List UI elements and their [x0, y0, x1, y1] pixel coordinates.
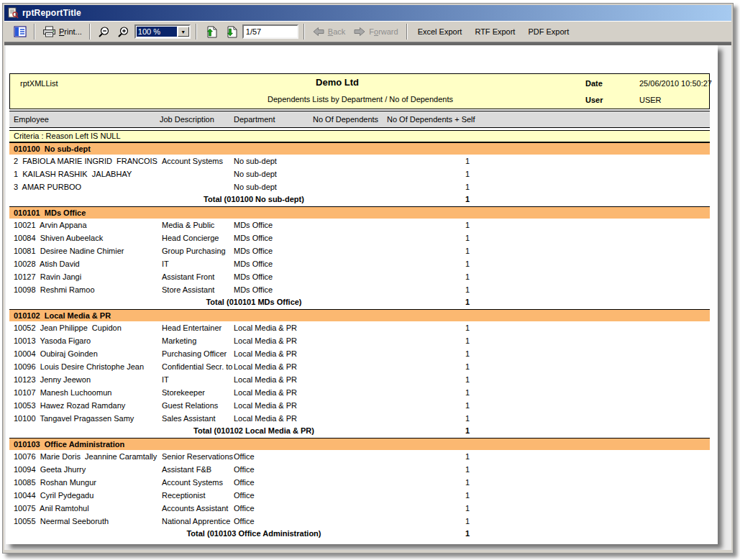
dependents-value-cell: 1 — [362, 347, 470, 360]
total-value: 1 — [362, 425, 470, 437]
toolbar-separator — [34, 24, 35, 40]
department-cell: Local Media & PR — [234, 386, 297, 399]
employee-cell: 10055 Neermal Seeboruth — [14, 515, 109, 528]
employee-cell: 10098 Reshmi Ramoo — [14, 283, 95, 296]
page-number-input[interactable] — [242, 24, 298, 39]
print-label: Print... — [59, 27, 82, 36]
job-description-cell: Accounts Assistant — [162, 502, 228, 515]
dependents-value-cell: 1 — [362, 180, 470, 193]
date-label: Date — [585, 79, 603, 88]
report-subtitle: Dependents Lists by Department / No of D… — [10, 95, 711, 104]
dependents-value-cell: 1 — [362, 502, 470, 515]
dependents-value-cell: 1 — [362, 463, 470, 476]
dependents-value-cell: 1 — [362, 476, 470, 489]
department-cell: No sub-dept — [234, 180, 277, 193]
next-page-button[interactable] — [221, 23, 240, 40]
employee-cell: 10053 Hawez Rozad Ramdany — [14, 399, 125, 412]
department-cell: Office — [234, 450, 255, 463]
group-total-row: Total (010103 Office Administration)1 — [9, 528, 710, 541]
group-total-row: Total (010100 No sub-dept)1 — [9, 193, 710, 206]
employee-cell: 10123 Jenny Jeewon — [14, 373, 91, 386]
table-row: 3 AMAR PURBOONo sub-dept1 — [9, 180, 710, 193]
app-icon — [7, 7, 19, 19]
forward-label: Forward — [369, 27, 398, 36]
toolbar-separator — [303, 24, 305, 40]
print-button[interactable]: Print... — [40, 23, 85, 40]
table-row: 10075 Anil RamtohulAccounts AssistantOff… — [9, 502, 710, 515]
employee-cell: 10081 Desiree Nadine Chimier — [14, 244, 124, 257]
user-label: User — [585, 96, 603, 104]
job-description-cell: Store Assistant — [162, 283, 214, 296]
group-section: 010102 Local Media & PR10052 Jean Philip… — [9, 309, 710, 438]
dependents-value-cell: 1 — [362, 373, 470, 386]
table-row: 10076 Marie Doris Jeannine CaramtallySen… — [9, 450, 710, 463]
table-row: 10096 Louis Desire Christophe JeanConfid… — [9, 360, 710, 373]
job-description-cell: Media & Public — [162, 219, 214, 231]
department-cell: Office — [234, 476, 255, 489]
column-header-job-description: Job Description — [160, 115, 214, 124]
table-row: 10004 Oubiraj GoindenPurchasing OfficerL… — [9, 347, 710, 360]
table-row: 10013 Yasoda FigaroMarketingLocal Media … — [9, 334, 710, 347]
department-cell: MDs Office — [234, 270, 273, 283]
job-description-cell: Guest Relations — [162, 399, 218, 412]
back-button[interactable]: Back — [313, 27, 345, 37]
job-description-cell: National Apprentice — [162, 515, 230, 528]
dependents-value-cell: 1 — [362, 283, 470, 296]
excel-export-button[interactable]: Excel Export — [411, 27, 469, 36]
department-cell: Office — [234, 463, 255, 476]
department-cell: Local Media & PR — [234, 399, 297, 412]
department-cell: No sub-dept — [234, 167, 277, 180]
zoom-in-button[interactable] — [114, 23, 132, 40]
table-row: 10094 Geeta JhurryAssistant F&BOffice1 — [9, 463, 710, 476]
table-row: 10127 Ravin JangiAssistant FrontMDs Offi… — [9, 270, 710, 283]
forward-button[interactable]: Forward — [354, 27, 398, 37]
report-viewer: rptXMLList Demo Ltd Date 25/06/2010 10:5… — [4, 42, 731, 550]
table-row: 2 FABIOLA MARIE INGRID FRANCOISAccount S… — [9, 155, 710, 167]
report-body: 010100 No sub-dept2 FABIOLA MARIE INGRID… — [9, 142, 710, 541]
job-description-cell: Sales Assistant — [162, 412, 216, 425]
dependents-value-cell: 1 — [362, 257, 470, 270]
department-cell: Office — [234, 489, 255, 502]
job-description-cell: Marketing — [162, 334, 196, 347]
group-tree-toggle-button[interactable] — [11, 23, 29, 40]
department-cell: Local Media & PR — [234, 347, 297, 360]
report-header: rptXMLList Demo Ltd Date 25/06/2010 10:5… — [9, 73, 710, 109]
employee-cell: 2 FABIOLA MARIE INGRID FRANCOIS — [14, 155, 157, 167]
job-description-cell: Assistant F&B — [162, 463, 211, 476]
group-section: 010101 MDs Office10021 Arvin AppanaMedia… — [9, 206, 710, 309]
job-description-cell: Account Systems — [162, 155, 223, 167]
job-description-cell: IT — [162, 373, 169, 386]
combo-dropdown-button[interactable]: ▼ — [178, 27, 189, 37]
dependents-value-cell: 1 — [362, 231, 470, 244]
zoom-out-button[interactable] — [95, 23, 113, 40]
column-header-row: Employee Job Description Department No O… — [9, 111, 710, 128]
department-cell: MDs Office — [234, 219, 273, 231]
job-description-cell: Storekeeper — [162, 386, 205, 399]
table-row: 10098 Reshmi RamooStore AssistantMDs Off… — [9, 283, 710, 296]
employee-cell: 10021 Arvin Appana — [14, 219, 87, 231]
job-description-cell: Account Systems — [162, 476, 223, 489]
table-row: 10081 Desiree Nadine ChimierGroup Purcha… — [9, 244, 710, 257]
department-cell: MDs Office — [234, 283, 273, 296]
employee-cell: 10075 Anil Ramtohul — [14, 502, 89, 515]
table-row: 10084 Shiven AubeelackHead ConciergeMDs … — [9, 231, 710, 244]
window-title: rptReportTitle — [22, 8, 81, 18]
rtf-export-button[interactable]: RTF Export — [468, 27, 521, 36]
previous-page-button[interactable] — [201, 23, 220, 40]
zoom-level-value[interactable]: 100 % — [137, 27, 177, 37]
employee-cell: 10085 Roshan Mungur — [14, 476, 96, 489]
group-total-row: Total (010101 MDs Office)1 — [9, 296, 710, 309]
company-title: Demo Ltd — [10, 77, 664, 88]
department-cell: Local Media & PR — [234, 360, 297, 373]
department-cell: Local Media & PR — [234, 321, 297, 334]
pdf-export-button[interactable]: PDF Export — [521, 27, 575, 36]
total-value: 1 — [362, 296, 470, 308]
employee-cell: 10107 Manesh Luchoomun — [14, 386, 111, 399]
employee-cell: 10084 Shiven Aubeelack — [14, 231, 103, 244]
criteria-row: Criteria : Reason Left IS NULL — [9, 130, 710, 142]
zoom-level-combobox[interactable]: 100 % ▼ — [134, 24, 191, 39]
zoom-out-icon — [98, 26, 110, 38]
date-value: 25/06/2010 10:50:27 — [639, 79, 712, 88]
group-header: 010103 Office Administration — [9, 438, 710, 450]
forward-arrow-icon — [354, 27, 365, 37]
